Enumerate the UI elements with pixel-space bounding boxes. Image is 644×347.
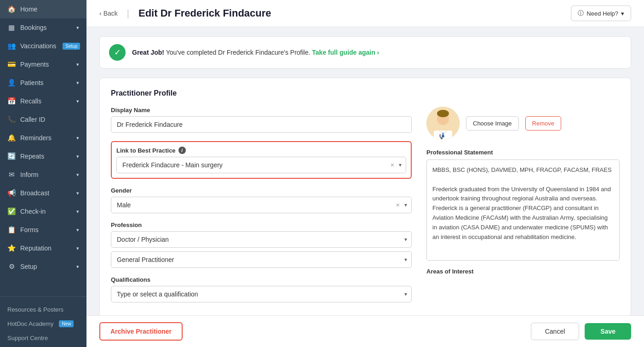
gender-select-wrapper: Male × ▾ bbox=[111, 197, 412, 213]
svg-point-4 bbox=[441, 137, 443, 139]
link-best-practice-group: Link to Best Practice i Frederick Findac… bbox=[111, 141, 412, 179]
remove-image-button[interactable]: Remove bbox=[525, 116, 561, 131]
content-area: ✓ Great Job! You've completed Dr Frederi… bbox=[86, 27, 644, 347]
link-select-wrapper: Frederick Findacure - Main surgery × ▾ bbox=[116, 157, 406, 173]
sidebar-item-vaccinations[interactable]: 👥 Vaccinations Setup bbox=[0, 37, 86, 55]
practitioner-card: Practitioner Profile Display Name Link t… bbox=[99, 78, 631, 322]
card-title: Practitioner Profile bbox=[111, 89, 620, 97]
sidebar-item-payments[interactable]: 💳 Payments ▾ bbox=[0, 55, 86, 74]
recalls-icon: 📅 bbox=[7, 97, 16, 105]
areas-of-interest-label: Areas of Interest bbox=[426, 268, 620, 275]
broadcast-icon: 📢 bbox=[7, 189, 16, 197]
check-in-icon: ✅ bbox=[7, 207, 16, 216]
professional-statement-text[interactable]: MBBS, BSC (HONS), DAVMED, MPH, FRACGP, F… bbox=[426, 159, 620, 261]
profession-select[interactable]: Doctor / Physician bbox=[111, 231, 412, 248]
qualifications-select[interactable]: Type or select a qualification bbox=[111, 286, 412, 302]
chevron-icon: ▾ bbox=[76, 135, 79, 141]
sidebar-academy[interactable]: HotDoc Academy New bbox=[0, 317, 86, 331]
chevron-icon: ▾ bbox=[76, 25, 79, 31]
payments-icon: 💳 bbox=[7, 60, 16, 68]
profession-group: Profession Doctor / Physician ▾ General … bbox=[111, 222, 412, 268]
sidebar-support[interactable]: Support Centre bbox=[0, 331, 86, 345]
inform-icon: ✉ bbox=[7, 171, 16, 179]
sidebar-item-caller-id[interactable]: 📞 Caller ID bbox=[0, 110, 86, 129]
chevron-icon: ▾ bbox=[76, 245, 79, 251]
sidebar-item-reputation[interactable]: ⭐ Reputation ▾ bbox=[0, 239, 86, 257]
setup-badge: Setup bbox=[63, 43, 80, 50]
choose-image-button[interactable]: Choose Image bbox=[466, 116, 519, 131]
help-icon: ⓘ bbox=[578, 9, 584, 17]
back-arrow-icon: ‹ bbox=[99, 10, 102, 17]
new-badge: New bbox=[59, 320, 74, 327]
svg-point-2 bbox=[437, 110, 449, 117]
help-button[interactable]: ⓘ Need Help? ▾ bbox=[571, 6, 631, 21]
select-clear-icon[interactable]: × bbox=[391, 161, 394, 169]
profession-select-wrapper: Doctor / Physician ▾ bbox=[111, 231, 412, 248]
gender-label: Gender bbox=[111, 187, 412, 194]
sidebar-item-bookings[interactable]: ▦ Bookings ▾ bbox=[0, 18, 86, 37]
qualifications-label: Qualifications bbox=[111, 276, 412, 283]
avatar bbox=[426, 107, 460, 140]
page-title: Edit Dr Frederick Findacure bbox=[138, 7, 271, 19]
chevron-icon: ▾ bbox=[76, 98, 79, 104]
display-name-input[interactable] bbox=[111, 116, 412, 133]
reminders-icon: 🔔 bbox=[7, 134, 16, 142]
chevron-icon: ▾ bbox=[76, 264, 79, 270]
sidebar-item-forms[interactable]: 📋 Forms ▾ bbox=[0, 221, 86, 239]
form-layout: Display Name Link to Best Practice i Fre… bbox=[111, 107, 620, 311]
success-banner: ✓ Great Job! You've completed Dr Frederi… bbox=[99, 36, 631, 68]
save-button[interactable]: Save bbox=[585, 323, 631, 340]
sidebar-item-reminders[interactable]: 🔔 Reminders ▾ bbox=[0, 129, 86, 147]
avatar-section: Choose Image Remove bbox=[426, 107, 620, 140]
qualifications-select-wrapper: Type or select a qualification ▾ bbox=[111, 286, 412, 302]
form-right: Choose Image Remove Professional Stateme… bbox=[426, 107, 620, 311]
caller-id-icon: 📞 bbox=[7, 115, 16, 124]
chevron-icon: ▾ bbox=[76, 227, 79, 233]
help-chevron-icon: ▾ bbox=[621, 10, 624, 17]
topbar: ‹ Back | Edit Dr Frederick Findacure ⓘ N… bbox=[86, 0, 644, 27]
take-guide-link[interactable]: Take full guide again › bbox=[312, 49, 379, 56]
gender-clear-icon[interactable]: × bbox=[396, 201, 400, 209]
sidebar-resources[interactable]: Resources & Posters bbox=[0, 302, 86, 317]
sidebar-item-inform[interactable]: ✉ Inform ▾ bbox=[0, 165, 86, 184]
profession-label: Profession bbox=[111, 222, 412, 228]
professional-statement-label: Professional Statement bbox=[426, 149, 620, 156]
link-select[interactable]: Frederick Findacure - Main surgery bbox=[116, 157, 406, 173]
sidebar-item-setup[interactable]: ⚙ Setup ▾ bbox=[0, 257, 86, 276]
sidebar-item-recalls[interactable]: 📅 Recalls ▾ bbox=[0, 92, 86, 110]
sidebar-item-patients[interactable]: 👤 Patients ▾ bbox=[0, 74, 86, 92]
chevron-icon: ▾ bbox=[76, 62, 79, 68]
display-name-label: Display Name bbox=[111, 107, 412, 114]
link-best-practice-label: Link to Best Practice i bbox=[116, 147, 406, 154]
speciality-select[interactable]: General Practitioner bbox=[111, 251, 412, 268]
sidebar: 🏠 Home ▦ Bookings ▾ 👥 Vaccinations Setup… bbox=[0, 0, 86, 347]
info-icon[interactable]: i bbox=[178, 147, 186, 154]
repeats-icon: 🔄 bbox=[7, 152, 16, 160]
display-name-group: Display Name bbox=[111, 107, 412, 133]
reputation-icon: ⭐ bbox=[7, 244, 16, 252]
setup-icon: ⚙ bbox=[7, 262, 16, 271]
gender-select[interactable]: Male bbox=[111, 197, 412, 213]
action-bar: Archive Practitioner Cancel Save bbox=[86, 315, 644, 347]
sidebar-item-broadcast[interactable]: 📢 Broadcast ▾ bbox=[0, 184, 86, 202]
sidebar-item-check-in[interactable]: ✅ Check-in ▾ bbox=[0, 202, 86, 221]
banner-text: Great Job! You've completed Dr Frederick… bbox=[132, 49, 379, 56]
patients-icon: 👤 bbox=[7, 79, 16, 87]
sidebar-footer: Resources & Posters HotDoc Academy New S… bbox=[0, 296, 86, 347]
cancel-button[interactable]: Cancel bbox=[531, 323, 580, 340]
sidebar-item-home[interactable]: 🏠 Home bbox=[0, 0, 86, 18]
chevron-icon: ▾ bbox=[76, 80, 79, 86]
chevron-icon: ▾ bbox=[76, 172, 79, 178]
form-left: Display Name Link to Best Practice i Fre… bbox=[111, 107, 412, 311]
vaccinations-icon: 👥 bbox=[7, 42, 16, 50]
back-button[interactable]: ‹ Back bbox=[99, 10, 118, 17]
professional-statement-section: Professional Statement MBBS, BSC (HONS),… bbox=[426, 149, 620, 261]
bookings-icon: ▦ bbox=[7, 23, 16, 32]
sidebar-item-repeats[interactable]: 🔄 Repeats ▾ bbox=[0, 147, 86, 165]
chevron-icon: ▾ bbox=[76, 209, 79, 215]
archive-practitioner-button[interactable]: Archive Practitioner bbox=[99, 322, 183, 341]
gender-group: Gender Male × ▾ bbox=[111, 187, 412, 213]
forms-icon: 📋 bbox=[7, 226, 16, 234]
chevron-icon: ▾ bbox=[76, 190, 79, 196]
topbar-divider: | bbox=[127, 8, 129, 19]
